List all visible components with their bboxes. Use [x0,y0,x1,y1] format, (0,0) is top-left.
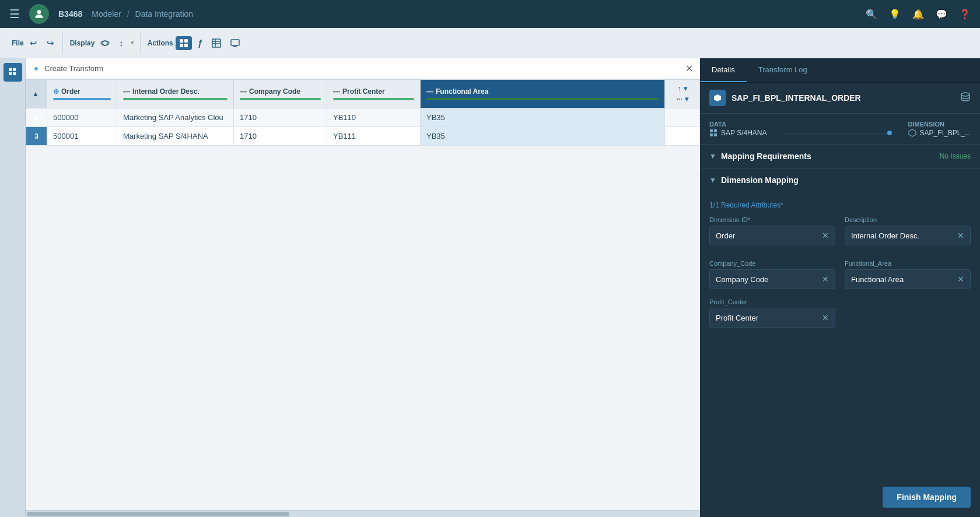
functional-area-value-row: Functional Area ✕ [845,269,971,289]
svg-marker-17 [714,94,721,101]
svg-rect-10 [231,40,239,45]
chat-icon[interactable]: 💬 [936,9,947,20]
toolbar: File ↩ ↪ Display ↕ ▼ Actions ƒ [0,28,980,58]
functional-area-clear[interactable]: ✕ [957,275,964,284]
left-sidebar [0,58,26,517]
svg-rect-16 [13,72,16,75]
dimension-source-value: SAP_FI_BPL_... [908,129,971,137]
functional-area-header: — Functional Area [421,80,665,108]
svg-rect-21 [710,133,713,136]
dimension-id-value-row: Order ✕ [709,226,835,245]
formula-button[interactable]: ƒ [194,36,206,50]
display-label: Display [70,39,95,47]
menu-icon[interactable]: ☰ [9,7,20,21]
display2-button[interactable] [227,36,243,50]
row-actions [665,108,700,127]
row-number: 3 [26,127,47,146]
undo-button[interactable]: ↩ [26,36,41,51]
no-issues-badge: No Issues [940,152,971,160]
profit-center-value-row: Profit Center ✕ [709,308,835,328]
upload-icon[interactable]: ↑ [678,85,681,93]
description-value-row: Internal Order Desc. ✕ [845,226,971,245]
app-id: B3468 [58,9,82,19]
chevron-down-icon2[interactable]: ▾ [685,95,688,103]
chevron-mapping-icon: ▼ [709,152,716,160]
table-container[interactable]: ▲ ⊕ Order — Internal Ord [26,79,700,510]
svg-point-18 [961,93,970,96]
sort-header: ▲ [26,80,47,108]
data-table: ▲ ⊕ Order — Internal Ord [26,79,700,146]
svg-point-0 [37,10,41,14]
functional-area-value: Functional Area [851,275,953,284]
profit-center-header: — Profit Center [327,80,421,108]
svg-rect-2 [180,39,183,43]
desc-header: — Internal Order Desc. [117,80,234,108]
profit-center-value: Profit Center [716,314,817,322]
mapping-grid-mid: Company_Code Company Code ✕ Functional_A… [709,260,971,289]
functional-area-label: Functional_Area [845,260,971,267]
file-label: File [12,39,24,47]
notification-icon[interactable]: 🔔 [912,9,924,20]
description-value: Internal Order Desc. [851,231,953,240]
dimension-title-row: SAP_FI_BPL_INTERNAL_ORDER [700,83,980,114]
svg-rect-20 [714,129,717,132]
actions-header: ↑ ▾ ··· ▾ [665,80,700,108]
table-row: 3 500001 Marketing SAP S/4HANA 1710 YB11… [26,127,700,146]
sidebar-grid-icon[interactable] [4,63,22,82]
sort-button[interactable]: ↕ [116,36,127,50]
finish-mapping-button[interactable]: Finish Mapping [883,487,971,508]
company-code-label: Company_Code [709,260,835,267]
order-cell: 500000 [47,108,117,127]
top-bar: ☰ B3468 Modeler / Data Integration 🔍 💡 🔔… [0,0,980,28]
dimension-label: Dimension [908,121,971,128]
desc-cell: Marketing SAP S/4HANA [117,127,234,146]
company-code-value-row: Company Code ✕ [709,269,835,289]
mapping-divider [709,255,971,255]
profit-center-clear[interactable]: ✕ [822,313,829,322]
functional-area-cell: YB35 [421,127,665,146]
description-clear[interactable]: ✕ [957,231,964,240]
search-icon[interactable]: 🔍 [866,9,877,20]
svg-rect-14 [13,68,16,71]
svg-rect-13 [9,68,12,71]
tab-transform-log[interactable]: Transform Log [747,58,819,82]
company-code-cell: 1710 [234,127,327,146]
dimension-mapping-header[interactable]: ▼ Dimension Mapping [700,168,980,192]
dimension-id-clear[interactable]: ✕ [822,231,829,240]
svg-rect-15 [9,72,12,75]
desc-cell: Marketing SAP Analytics Clou [117,108,234,127]
scrollbar-thumb[interactable] [27,512,289,516]
redo-button[interactable]: ↪ [43,36,58,51]
finish-mapping-row: Finish Mapping [700,477,980,517]
transform-title: Create Transform [44,64,681,73]
svg-marker-23 [909,129,916,136]
table-button[interactable] [208,36,225,50]
right-panel: Details Transform Log SAP_FI_BPL_INTERNA… [700,58,980,517]
dimension-id-field: Dimension ID* Order ✕ [709,216,835,245]
row-actions [665,127,700,146]
right-panel-tabs: Details Transform Log [700,58,980,83]
main-layout: ✦ Create Transform ✕ ▲ ⊕ Order [0,58,980,517]
file-group: File ↩ ↪ [7,33,63,54]
data-source-row: Data SAP S/4HANA Dimension SAP_FI_BPL_..… [700,114,980,145]
mapping-count: 1/1 Required Attributes* [709,201,971,209]
functional-area-cell: YB35 [421,108,665,127]
close-button[interactable]: ✕ [685,63,693,74]
mapping-requirements-header[interactable]: ▼ Mapping Requirements No Issues [700,145,980,168]
company-code-header: — Company Code [234,80,327,108]
dimension-title: SAP_FI_BPL_INTERNAL_ORDER [732,93,861,103]
grid-button[interactable] [176,36,192,50]
mapping-requirements-title: Mapping Requirements [721,152,811,161]
help-icon[interactable]: ❓ [959,9,971,20]
more-icon[interactable]: ··· [676,95,682,103]
tab-details[interactable]: Details [700,58,747,82]
horizontal-scrollbar[interactable] [26,510,700,517]
bulb-icon[interactable]: 💡 [889,9,901,20]
company-code-clear[interactable]: ✕ [822,275,829,284]
dimension-id-label: Dimension ID* [709,216,835,223]
description-label: Description [845,216,971,223]
chevron-down-icon[interactable]: ▾ [684,85,687,93]
svg-rect-5 [184,44,188,47]
order-cell: 500001 [47,127,117,146]
view-button[interactable] [97,36,113,50]
